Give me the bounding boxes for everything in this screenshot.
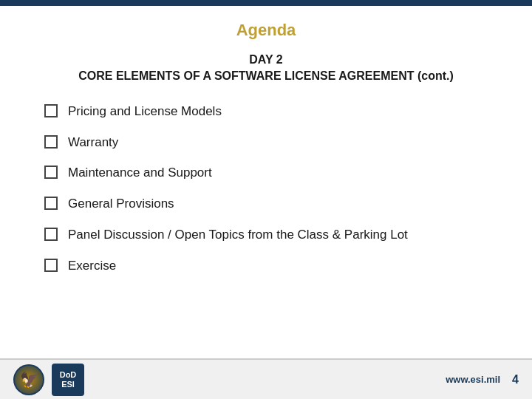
- esi-logo: DoD ESI: [52, 364, 84, 396]
- agenda-item-4: General Provisions: [44, 195, 488, 213]
- subtitle-line2: CORE ELEMENTS OF A SOFTWARE LICENSE AGRE…: [44, 68, 488, 84]
- page-title: Agenda: [44, 21, 488, 40]
- agenda-item-text-3: Maintenance and Support: [68, 164, 212, 182]
- website-url: www.esi.mil: [446, 374, 500, 385]
- agenda-item-2: Warranty: [44, 134, 488, 151]
- agenda-item-3: Maintenance and Support: [44, 164, 488, 182]
- agenda-item-text-2: Warranty: [68, 134, 118, 151]
- checkbox-icon-2: [44, 135, 58, 149]
- content-area: Agenda DAY 2 CORE ELEMENTS OF A SOFTWARE…: [0, 6, 532, 303]
- agenda-item-text-1: Pricing and License Models: [68, 103, 222, 120]
- page-number: 4: [512, 373, 519, 386]
- agenda-list: Pricing and License ModelsWarrantyMainte…: [44, 103, 488, 275]
- esi-logo-text: DoD ESI: [60, 370, 77, 388]
- dod-seal-inner: 🦅: [15, 366, 43, 394]
- footer-bar: 🦅 DoD ESI www.esi.mil 4: [0, 358, 532, 399]
- checkbox-icon-1: [44, 104, 58, 117]
- agenda-item-6: Exercise: [44, 257, 488, 275]
- checkbox-icon-3: [44, 166, 58, 179]
- subtitle: DAY 2 CORE ELEMENTS OF A SOFTWARE LICENS…: [44, 52, 488, 85]
- dod-seal-logo: 🦅: [13, 364, 44, 395]
- top-bar: [0, 0, 532, 6]
- agenda-item-1: Pricing and License Models: [44, 103, 488, 120]
- agenda-item-text-6: Exercise: [68, 257, 116, 275]
- checkbox-icon-6: [44, 259, 58, 272]
- agenda-item-text-4: General Provisions: [68, 195, 174, 213]
- agenda-item-text-5: Panel Discussion / Open Topics from the …: [68, 226, 408, 244]
- eagle-icon: 🦅: [20, 371, 38, 389]
- logo-area: 🦅 DoD ESI: [13, 364, 84, 396]
- checkbox-icon-5: [44, 228, 58, 241]
- footer-right: www.esi.mil 4: [446, 373, 519, 386]
- checkbox-icon-4: [44, 197, 58, 210]
- agenda-item-5: Panel Discussion / Open Topics from the …: [44, 226, 488, 244]
- subtitle-line1: DAY 2: [44, 52, 488, 68]
